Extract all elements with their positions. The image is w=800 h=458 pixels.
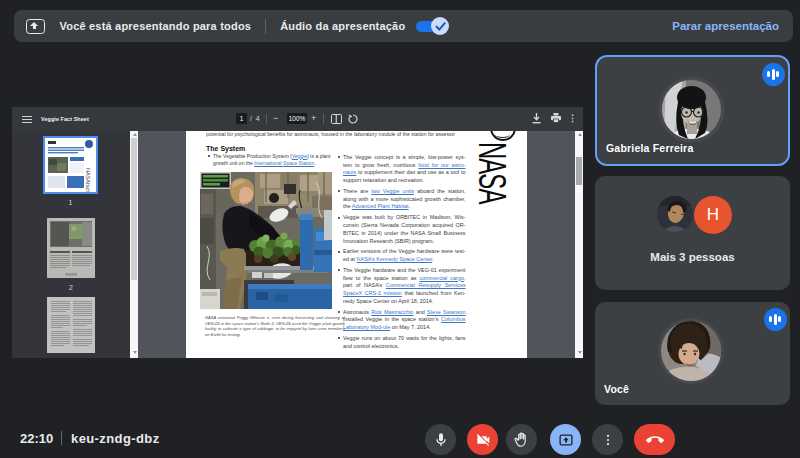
- svg-text:NASAfacts: NASAfacts: [85, 168, 91, 192]
